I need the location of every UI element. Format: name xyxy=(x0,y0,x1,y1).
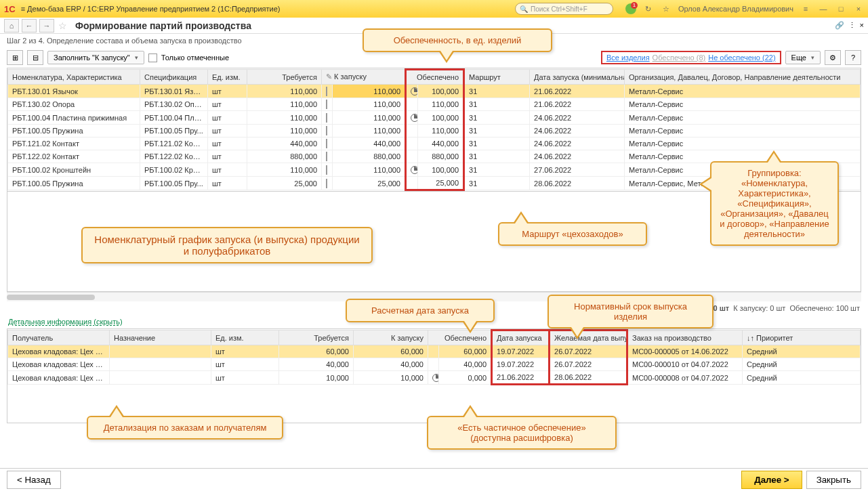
pie-icon xyxy=(432,374,439,382)
next-step-button[interactable]: Далее > xyxy=(741,471,802,489)
fill-to-launch-button[interactable]: Заполнить "К запуску" xyxy=(47,51,144,64)
annot-route: Маршрут «цехозаходов» xyxy=(498,222,647,246)
table-row[interactable]: РБТ.100.04 Пластина прижимнаяРБТ.100.04 … xyxy=(8,111,861,125)
help-icon[interactable]: ? xyxy=(845,50,861,65)
row-checkbox[interactable] xyxy=(326,87,327,96)
star-icon[interactable]: ☆ xyxy=(58,20,67,31)
col2-order[interactable]: Заказ на производство xyxy=(627,330,743,345)
row-checkbox[interactable] xyxy=(326,126,327,135)
col-provided[interactable]: Обеспечено xyxy=(406,70,464,85)
col-route[interactable]: Маршрут xyxy=(464,70,530,85)
table-row[interactable]: Цеховая кладовая: Цех сб...шт10,00010,00… xyxy=(8,371,861,385)
table-row[interactable]: РБТ.130.01 ЯзычокРБТ.130.01 Язы...шт110,… xyxy=(8,85,861,98)
app-title: ≡ Демо-база ERP / 1С:ERP Управление пред… xyxy=(21,5,281,13)
collapse-icon[interactable]: ⊟ xyxy=(27,50,43,65)
logo-1c: 1C xyxy=(4,4,16,14)
annot-calc-date: Расчетная дата запуска xyxy=(346,299,495,322)
annot-provision: Обеспеченность, в ед. изделий xyxy=(363,28,552,52)
pie-icon xyxy=(411,166,418,174)
col2-priority[interactable]: ↓↑ Приоритет xyxy=(743,330,861,345)
menu-icon[interactable]: ≡ xyxy=(800,3,811,14)
row-checkbox[interactable] xyxy=(326,139,327,148)
col-org[interactable]: Организация, Давалец, Договор, Направлен… xyxy=(625,70,861,85)
home-button[interactable]: ⌂ xyxy=(4,19,19,33)
filter-not-provided[interactable]: Не обеспечено (22) xyxy=(708,54,775,62)
back-step-button[interactable]: < Назад xyxy=(7,471,61,489)
col2-launch-date[interactable]: Дата запуска xyxy=(492,330,550,345)
pencil-icon: ✎ xyxy=(326,72,332,81)
row-checkbox[interactable] xyxy=(326,179,327,188)
table-row[interactable]: Цеховая кладовая: Цех сб...шт40,00040,00… xyxy=(8,358,861,371)
col-launch-date[interactable]: Дата запуска (минимальная) xyxy=(530,70,625,85)
row-checkbox[interactable] xyxy=(326,152,327,161)
expand-icon[interactable]: ⊞ xyxy=(7,50,23,65)
col2-to-launch[interactable]: К запуску xyxy=(354,330,428,345)
annot-partial: «Есть частичное обеспечение» (доступна р… xyxy=(427,416,617,450)
table-row[interactable]: РБТ.100.05 ПружинаРБТ.100.05 Пру...шт110… xyxy=(8,125,861,137)
search-icon: 🔍 xyxy=(520,5,528,13)
user-name[interactable]: Орлов Александр Владимирович xyxy=(678,5,793,13)
settings-icon[interactable]: ⚙ xyxy=(825,50,841,65)
annot-norm-period: Нормативный срок выпуска изделия xyxy=(547,295,714,328)
favorite-icon[interactable]: ☆ xyxy=(661,3,671,14)
close-button[interactable]: Закрыть xyxy=(806,471,861,489)
more-button[interactable]: Еще xyxy=(785,51,821,64)
notifications-icon[interactable] xyxy=(625,3,636,14)
annot-schedule: Номенклатурный график запуска (и выпуска… xyxy=(81,227,373,263)
maximize-icon[interactable]: □ xyxy=(835,3,846,14)
detail-toggle[interactable]: Детальная информация (скрыть) xyxy=(8,318,123,326)
col2-release-date[interactable]: Желаемая дата выпуска xyxy=(550,330,627,345)
only-marked-checkbox[interactable] xyxy=(148,54,157,62)
col2-unit[interactable]: Ед. изм. xyxy=(211,330,279,345)
titlebar: 1C ≡ Демо-база ERP / 1С:ERP Управление п… xyxy=(0,0,868,18)
filter-provided[interactable]: Обеспечено (8) xyxy=(653,54,706,62)
row-checkbox[interactable] xyxy=(326,100,327,109)
close-window-icon[interactable]: × xyxy=(853,3,864,14)
col2-receiver[interactable]: Получатель xyxy=(8,330,110,345)
col2-provided[interactable]: Обеспечено xyxy=(428,330,492,345)
close-tab-icon[interactable]: × xyxy=(860,21,864,30)
global-search[interactable]: 🔍Поиск Ctrl+Shift+F xyxy=(515,3,613,15)
col2-required[interactable]: Требуется xyxy=(279,330,354,345)
history-icon[interactable]: ↻ xyxy=(643,3,654,14)
row-checkbox[interactable] xyxy=(326,113,327,123)
table-row[interactable]: РБТ.121.02 КонтактРБТ.121.02 Кон...шт440… xyxy=(8,137,861,150)
filter-links: Все изделия Обеспечено (8) Не обеспечено… xyxy=(601,51,781,64)
col-spec[interactable]: Спецификация xyxy=(140,70,208,85)
forward-button[interactable]: → xyxy=(39,19,54,33)
table-row[interactable]: Цеховая кладовая: Цех сб...шт60,00060,00… xyxy=(8,345,861,358)
col-unit[interactable]: Ед. изм. xyxy=(208,70,247,85)
more-icon[interactable]: ⋮ xyxy=(848,21,856,30)
filter-all[interactable]: Все изделия xyxy=(606,54,650,62)
annot-grouping: Группировка: «Номенклатура, Характеристи… xyxy=(710,161,839,246)
col-required[interactable]: Требуется xyxy=(247,70,322,85)
link-icon[interactable]: 🔗 xyxy=(835,21,844,30)
back-button[interactable]: ← xyxy=(22,19,37,33)
only-marked-label: Только отмеченные xyxy=(161,54,229,62)
footer: < Назад Далее > Закрыть xyxy=(0,468,868,491)
pie-icon xyxy=(411,114,418,122)
pie-icon xyxy=(411,87,418,95)
col-nomenclature[interactable]: Номенклатура, Характеристика xyxy=(8,70,140,85)
row-checkbox[interactable] xyxy=(326,165,327,175)
table-row[interactable]: РБТ.130.02 ОпораРБТ.130.02 Опо...шт110,0… xyxy=(8,98,861,111)
detail-table: Получатель Назначение Ед. изм. Требуется… xyxy=(7,328,861,423)
col-to-launch[interactable]: ✎ К запуску xyxy=(322,70,406,85)
annot-detail: Детализация по заказам и получателям xyxy=(87,416,283,440)
page-title: Формирование партий производства xyxy=(75,20,251,31)
minimize-icon[interactable]: — xyxy=(818,3,829,14)
col2-purpose[interactable]: Назначение xyxy=(110,330,211,345)
